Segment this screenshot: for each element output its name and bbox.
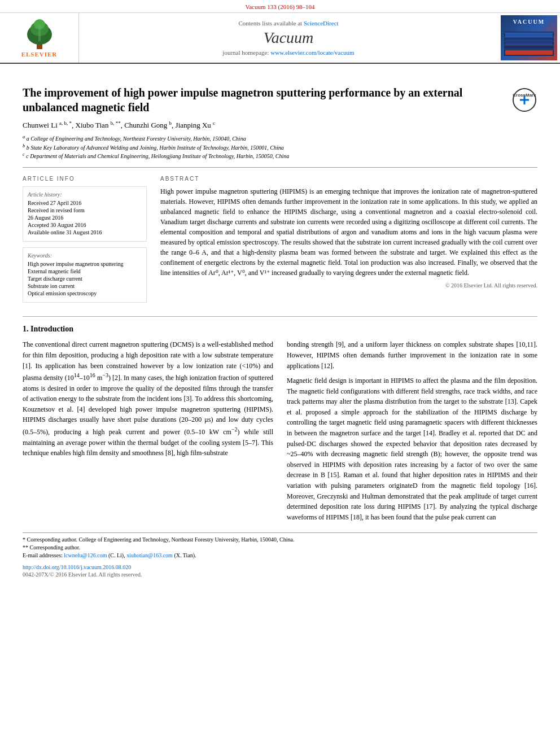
svg-rect-10 xyxy=(505,50,553,55)
svg-rect-9 xyxy=(505,46,553,49)
keyword-1: High power impulse magnetron sputtering xyxy=(28,261,142,267)
keywords-label: Keywords: xyxy=(28,252,142,259)
article-info-heading: ARTICLE INFO xyxy=(23,176,147,182)
doi-link[interactable]: http://dx.doi.org/10.1016/j.vacuum.2016.… xyxy=(23,564,131,570)
divider-1 xyxy=(23,167,537,168)
abstract-heading: ABSTRACT xyxy=(160,176,537,182)
keyword-3: Target discharge current xyxy=(28,276,142,282)
cover-image-icon xyxy=(504,25,554,56)
revised-label: Received in revised form xyxy=(28,207,142,213)
keywords-box: Keywords: High power impulse magnetron s… xyxy=(23,247,147,303)
affiliations: a a College of Engineering and Technolog… xyxy=(23,134,537,159)
article-info-column: ARTICLE INFO Article history: Received 2… xyxy=(23,176,147,303)
affiliation-a: a a College of Engineering and Technolog… xyxy=(23,134,537,142)
abstract-section: ARTICLE INFO Article history: Received 2… xyxy=(23,176,537,303)
affiliation-c: c c Department of Materials and Chemical… xyxy=(23,152,537,159)
intro-right-column: bonding strength [9], and a uniform laye… xyxy=(287,339,537,522)
sciencedirect-line: Contents lists available at ScienceDirec… xyxy=(238,20,338,27)
crossmark-logo: CrossMark xyxy=(512,88,537,113)
svg-rect-8 xyxy=(505,42,553,45)
svg-rect-7 xyxy=(505,38,553,41)
footnotes: * Corresponding author. College of Engin… xyxy=(23,532,537,558)
revised-date: 26 August 2016 xyxy=(28,215,142,221)
intro-heading: 1. Introduction xyxy=(23,325,537,334)
abstract-column: ABSTRACT High power impulse magnetron sp… xyxy=(160,176,537,303)
content-wrapper: The improvement of high power impulse ma… xyxy=(0,64,560,589)
homepage-link[interactable]: www.elsevier.com/locate/vacuum xyxy=(270,49,354,56)
elsevier-logo-area: ELSEVIER xyxy=(0,13,79,63)
accepted-date: Accepted 30 August 2016 xyxy=(28,222,142,228)
footnote-corresponding2: ** Corresponding author. xyxy=(23,544,537,551)
elsevier-tree-icon xyxy=(17,19,62,50)
elsevier-wordmark: ELSEVIER xyxy=(21,51,58,58)
introduction-section: 1. Introduction The conventional direct … xyxy=(23,316,537,522)
journal-header: ELSEVIER Contents lists available at Sci… xyxy=(0,13,560,64)
history-label: Article history: xyxy=(28,191,142,198)
issn-copyright: 0042-207X/© 2016 Elsevier Ltd. All right… xyxy=(23,571,537,578)
journal-citation: Vacuum 133 (2016) 98–104 xyxy=(245,3,314,10)
online-date: Available online 31 August 2016 xyxy=(28,229,142,235)
email-link-1[interactable]: lcwnefu@126.com xyxy=(64,552,107,558)
svg-rect-4 xyxy=(38,24,41,41)
article-title-area: The improvement of high power impulse ma… xyxy=(23,85,537,115)
abstract-body: High power impulse magnetron sputtering … xyxy=(160,186,537,278)
keyword-5: Optical emission spectroscopy xyxy=(28,290,142,296)
sciencedirect-link[interactable]: ScienceDirect xyxy=(304,20,339,27)
journal-name: Vacuum xyxy=(264,29,314,47)
journal-homepage: journal homepage: www.elsevier.com/locat… xyxy=(222,49,354,56)
vacuum-cover-title: VACUUM xyxy=(513,19,545,25)
keyword-2: External magnetic field xyxy=(28,268,142,274)
copyright-notice: © 2016 Elsevier Ltd. All rights reserved… xyxy=(160,282,537,289)
svg-rect-6 xyxy=(505,33,553,37)
footnote-corresponding1: * Corresponding author. College of Engin… xyxy=(23,536,537,543)
keyword-4: Substrate ion current xyxy=(28,283,142,289)
article-dates: Received 27 April 2016 Received in revis… xyxy=(28,200,142,235)
affiliation-b: b b State Key Laboratory of Advanced Wel… xyxy=(23,143,537,151)
vacuum-journal-cover: VACUUM xyxy=(501,15,557,60)
journal-info-center: Contents lists available at ScienceDirec… xyxy=(79,13,498,63)
article-title: The improvement of high power impulse ma… xyxy=(23,85,512,115)
article-history-box: Article history: Received 27 April 2016 … xyxy=(23,186,147,242)
vacuum-cover-area: VACUUM xyxy=(498,13,560,63)
email-link-2[interactable]: xiuhotian@163.com xyxy=(126,552,173,558)
top-bar: Vacuum 133 (2016) 98–104 xyxy=(0,0,560,13)
intro-columns: The conventional direct current magnetro… xyxy=(23,339,537,522)
footnote-emails: E-mail addresses: lcwnefu@126.com (C. Li… xyxy=(23,552,537,558)
doi-line: http://dx.doi.org/10.1016/j.vacuum.2016.… xyxy=(23,564,537,570)
received-date: Received 27 April 2016 xyxy=(28,200,142,206)
authors-line: Chunwei Li a, b, *, Xiubo Tian b, **, Ch… xyxy=(23,120,537,130)
intro-left-column: The conventional direct current magnetro… xyxy=(23,339,273,522)
